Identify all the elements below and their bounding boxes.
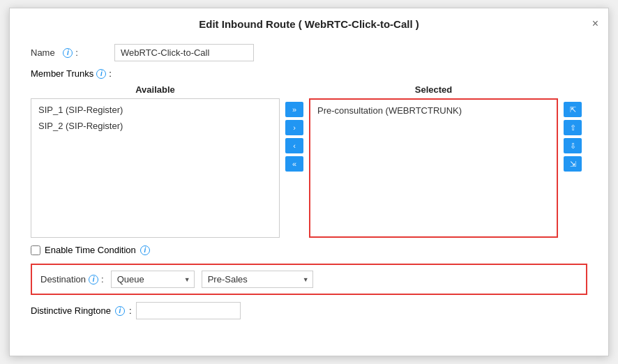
distinctive-ringtone-label: Distinctive Ringtone (31, 305, 111, 316)
destination-name-select[interactable]: Pre-Sales Sales Support (202, 271, 313, 288)
name-info-icon: i (63, 48, 73, 58)
move-right-button[interactable]: › (285, 120, 303, 135)
trunks-columns: Available SIP_1 (SIP-Register) SIP_2 (SI… (31, 84, 587, 238)
modal-title: Edit Inbound Route ( WebRTC-Click-to-Cal… (199, 18, 419, 30)
selected-header: Selected (309, 84, 558, 95)
destination-type-select-wrap: Queue Extension IVR Voicemail (111, 271, 195, 288)
time-condition-row: Enable Time Condition i (31, 245, 587, 255)
time-condition-info-icon: i (140, 245, 150, 255)
available-item-1[interactable]: SIP_2 (SIP-Register) (31, 118, 279, 134)
available-trunk-list[interactable]: SIP_1 (SIP-Register) SIP_2 (SIP-Register… (31, 98, 280, 238)
destination-box: Destination i: Queue Extension IVR Voice… (31, 264, 587, 295)
name-input[interactable] (114, 44, 254, 61)
available-header: Available (31, 84, 280, 95)
modal-body: Name i: Member Trunks i: Available SIP_1… (10, 37, 608, 326)
edit-inbound-route-modal: Edit Inbound Route ( WebRTC-Click-to-Cal… (9, 8, 609, 356)
available-trunks-wrap: Available SIP_1 (SIP-Register) SIP_2 (SI… (31, 84, 280, 238)
destination-label: Destination i: (40, 274, 104, 285)
trunk-order-controls: ⇱ ⇧ ⇩ ⇲ (558, 102, 587, 172)
distinctive-ringtone-row: Distinctive Ringtone i: (31, 302, 587, 319)
name-label: Name i: (31, 47, 114, 58)
selected-trunks-wrap: Selected Pre-consultation (WEBRTCTRUNK) (309, 84, 558, 238)
selected-item-0[interactable]: Pre-consultation (WEBRTCTRUNK) (310, 103, 557, 119)
move-left-button[interactable]: ‹ (285, 138, 303, 153)
destination-info-icon: i (89, 275, 98, 285)
member-trunks-label: Member Trunks (31, 68, 93, 79)
destination-type-select[interactable]: Queue Extension IVR Voicemail (111, 271, 195, 288)
move-top-button[interactable]: ⇱ (564, 102, 582, 117)
available-item-0[interactable]: SIP_1 (SIP-Register) (31, 102, 279, 118)
move-all-left-button[interactable]: « (285, 156, 303, 172)
selected-trunk-list[interactable]: Pre-consultation (WEBRTCTRUNK) (309, 98, 558, 238)
member-trunks-label-row: Member Trunks i: (31, 68, 587, 79)
member-trunks-info-icon: i (96, 69, 106, 79)
member-trunks-section: Member Trunks i: Available SIP_1 (SIP-Re… (31, 68, 587, 238)
close-button[interactable]: × (592, 18, 598, 29)
enable-time-condition-label: Enable Time Condition (45, 245, 136, 255)
destination-name-select-wrap: Pre-Sales Sales Support (202, 271, 313, 288)
trunk-move-controls: » › ‹ « (280, 102, 309, 172)
ringtone-info-icon: i (115, 306, 125, 316)
enable-time-condition-checkbox[interactable] (31, 245, 40, 255)
ringtone-input[interactable] (136, 302, 241, 319)
move-up-button[interactable]: ⇧ (564, 120, 582, 135)
move-bottom-button[interactable]: ⇲ (564, 156, 582, 172)
move-down-button[interactable]: ⇩ (564, 138, 582, 153)
name-row: Name i: (31, 44, 587, 61)
modal-header: Edit Inbound Route ( WebRTC-Click-to-Cal… (10, 8, 608, 37)
move-all-right-button[interactable]: » (285, 102, 303, 117)
